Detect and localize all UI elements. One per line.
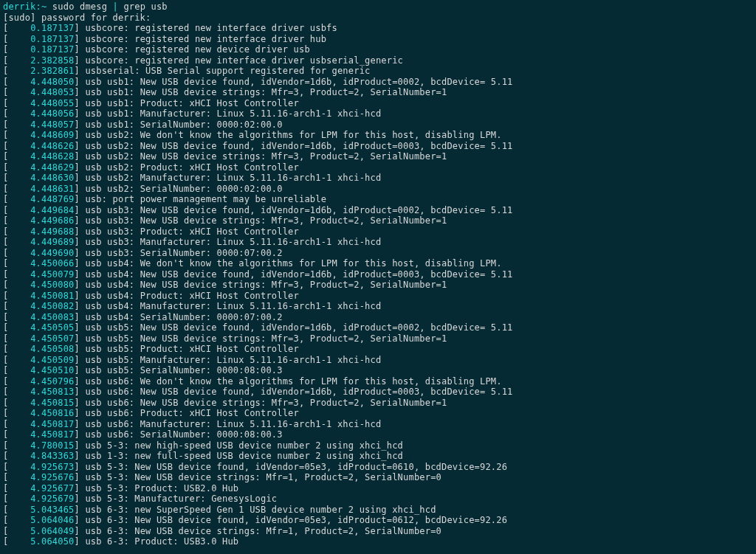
log-line: [ 2.382861] usbserial: USB Serial suppor… bbox=[3, 66, 371, 76]
sudo-password-prompt: [sudo] password for derrik: bbox=[3, 13, 151, 23]
log-line: [ 4.450508] usb usb5: Product: xHCI Host… bbox=[3, 344, 299, 354]
log-line: [ 0.187137] usbcore: registered new devi… bbox=[3, 44, 310, 55]
log-line: [ 4.450815] usb usb6: New USB device str… bbox=[3, 398, 447, 408]
timestamp: 4.780015 bbox=[8, 440, 74, 451]
log-message: usb usb4: New USB device found, idVendor… bbox=[85, 269, 512, 280]
bracket-close: ] bbox=[75, 44, 86, 55]
timestamp: 4.448057 bbox=[8, 120, 74, 130]
timestamp: 4.449686 bbox=[8, 215, 74, 226]
bracket-close: ] bbox=[75, 215, 86, 226]
log-message: usb usb4: Product: xHCI Host Controller bbox=[85, 291, 299, 301]
log-line: [ 4.450080] usb usb4: New USB device str… bbox=[3, 280, 447, 290]
log-message: usb 6-3: New USB device found, idVendor=… bbox=[85, 515, 507, 525]
log-message: usbcore: registered new interface driver… bbox=[85, 34, 326, 44]
timestamp: 4.450509 bbox=[8, 355, 74, 365]
bracket-close: ] bbox=[75, 333, 86, 344]
timestamp: 4.448056 bbox=[8, 108, 74, 119]
log-line: [ 4.450817] usb usb6: SerialNumber: 0000… bbox=[3, 429, 283, 440]
timestamp: 4.448769 bbox=[8, 194, 74, 204]
prompt-user: derrik bbox=[3, 1, 36, 12]
timestamp: 5.064050 bbox=[8, 536, 74, 547]
timestamp: 4.448631 bbox=[8, 184, 74, 194]
bracket-close: ] bbox=[75, 376, 86, 387]
timestamp: 4.925676 bbox=[8, 472, 74, 482]
timestamp: 0.187137 bbox=[8, 34, 74, 44]
log-message: usb usb6: Product: xHCI Host Controller bbox=[85, 408, 299, 418]
log-message: usb usb2: Manufacturer: Linux 5.11.16-ar… bbox=[85, 173, 381, 183]
prompt-path: ~ bbox=[41, 1, 52, 12]
bracket-close: ] bbox=[75, 205, 86, 215]
log-line: [ 0.187137] usbcore: registered new inte… bbox=[3, 34, 326, 44]
bracket-close: ] bbox=[75, 398, 86, 408]
timestamp: 5.064046 bbox=[8, 515, 74, 525]
timestamp: 4.449689 bbox=[8, 237, 74, 247]
prompt-separator: : bbox=[36, 1, 41, 12]
log-line: [ 4.448630] usb usb2: Manufacturer: Linu… bbox=[3, 173, 381, 183]
log-line: [ 4.448053] usb usb1: New USB device str… bbox=[3, 87, 447, 97]
timestamp: 4.449688 bbox=[8, 226, 74, 237]
bracket-close: ] bbox=[75, 483, 86, 494]
log-line: [ 4.449690] usb usb3: SerialNumber: 0000… bbox=[3, 248, 283, 258]
timestamp: 4.450817 bbox=[8, 429, 74, 440]
log-line: [ 4.925673] usb 5-3: New USB device foun… bbox=[3, 462, 507, 472]
timestamp: 4.450815 bbox=[8, 398, 74, 408]
log-message: usbcore: registered new device driver us… bbox=[85, 44, 309, 55]
log-message: usb usb4: Manufacturer: Linux 5.11.16-ar… bbox=[85, 301, 381, 311]
log-message: usb usb5: New USB device strings: Mfr=3,… bbox=[85, 333, 447, 344]
bracket-close: ] bbox=[75, 494, 86, 504]
bracket-close: ] bbox=[75, 23, 86, 33]
bracket-close: ] bbox=[75, 98, 86, 108]
terminal-output[interactable]: derrik:~ sudo dmesg | grep usb [sudo] pa… bbox=[0, 0, 756, 549]
bracket-close: ] bbox=[75, 451, 86, 461]
log-message: usb usb3: New USB device found, idVendor… bbox=[85, 205, 512, 215]
log-message: usb usb3: Manufacturer: Linux 5.11.16-ar… bbox=[85, 237, 381, 247]
bracket-close: ] bbox=[75, 162, 86, 173]
log-message: usb 1-3: new full-speed USB device numbe… bbox=[85, 451, 403, 461]
log-line: [ 4.448631] usb usb2: SerialNumber: 0000… bbox=[3, 184, 283, 194]
log-line: [ 4.448628] usb usb2: New USB device str… bbox=[3, 151, 447, 162]
log-line: [ 2.382858] usbcore: registered new inte… bbox=[3, 55, 403, 66]
log-line: [ 4.450813] usb usb6: New USB device fou… bbox=[3, 387, 513, 397]
log-message: usb usb2: SerialNumber: 0000:02:00.0 bbox=[85, 184, 282, 194]
timestamp: 4.925679 bbox=[8, 494, 74, 504]
bracket-close: ] bbox=[75, 66, 86, 76]
bracket-close: ] bbox=[75, 472, 86, 482]
timestamp: 4.450816 bbox=[8, 408, 74, 418]
prompt-line: derrik:~ sudo dmesg | grep usb bbox=[3, 1, 168, 12]
log-message: usb usb4: New USB device strings: Mfr=3,… bbox=[85, 280, 447, 290]
timestamp: 4.450081 bbox=[8, 291, 74, 301]
timestamp: 4.448050 bbox=[8, 77, 74, 87]
log-message: usb usb3: Product: xHCI Host Controller bbox=[85, 226, 299, 237]
log-line: [ 4.843363] usb 1-3: new full-speed USB … bbox=[3, 451, 403, 461]
log-line: [ 4.448769] usb: port power management m… bbox=[3, 194, 326, 204]
log-line: [ 0.187137] usbcore: registered new inte… bbox=[3, 23, 337, 33]
log-message: usb usb6: Manufacturer: Linux 5.11.16-ar… bbox=[85, 419, 381, 429]
bracket-close: ] bbox=[75, 322, 86, 333]
log-message: usb usb3: New USB device strings: Mfr=3,… bbox=[85, 215, 447, 226]
timestamp: 4.925677 bbox=[8, 483, 74, 494]
log-line: [ 4.448626] usb usb2: New USB device fou… bbox=[3, 141, 513, 151]
timestamp: 4.843363 bbox=[8, 451, 74, 461]
bracket-close: ] bbox=[75, 419, 86, 429]
log-line: [ 4.449688] usb usb3: Product: xHCI Host… bbox=[3, 226, 299, 237]
timestamp: 4.450796 bbox=[8, 376, 74, 387]
log-message: usb usb1: New USB device found, idVendor… bbox=[85, 77, 512, 87]
command-part-1: sudo dmesg bbox=[52, 1, 113, 12]
log-message: usbcore: registered new interface driver… bbox=[85, 55, 403, 66]
pipe-operator: | bbox=[113, 1, 118, 12]
log-message: usb 5-3: Manufacturer: GenesysLogic bbox=[85, 494, 277, 504]
timestamp: 4.450080 bbox=[8, 280, 74, 290]
timestamp: 4.449684 bbox=[8, 205, 74, 215]
log-line: [ 4.450509] usb usb5: Manufacturer: Linu… bbox=[3, 355, 381, 365]
bracket-close: ] bbox=[75, 301, 86, 311]
timestamp: 2.382861 bbox=[8, 66, 74, 76]
bracket-close: ] bbox=[75, 387, 86, 397]
bracket-close: ] bbox=[75, 408, 86, 418]
log-line: [ 5.064049] usb 6-3: New USB device stri… bbox=[3, 526, 441, 536]
timestamp: 4.448055 bbox=[8, 98, 74, 108]
timestamp: 4.448053 bbox=[8, 87, 74, 97]
timestamp: 4.448626 bbox=[8, 141, 74, 151]
log-message: usb 5-3: New USB device found, idVendor=… bbox=[85, 462, 507, 472]
log-message: usb usb2: New USB device found, idVendor… bbox=[85, 141, 512, 151]
bracket-close: ] bbox=[75, 269, 86, 280]
